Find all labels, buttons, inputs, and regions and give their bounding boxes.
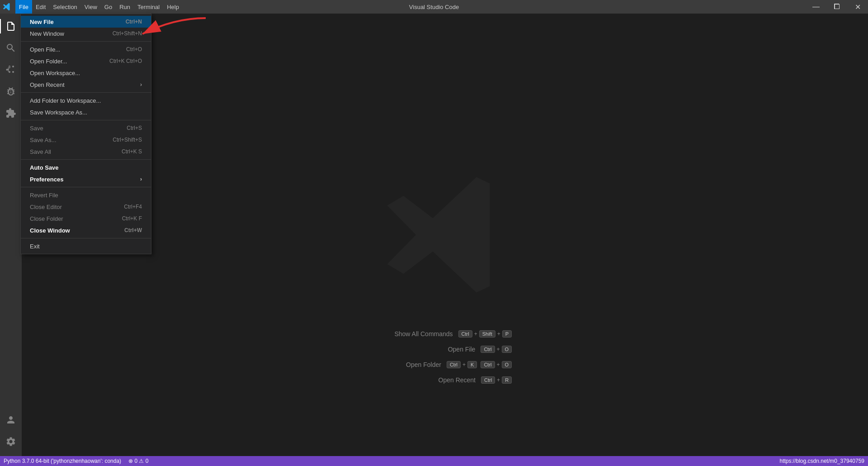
menu-section-exit: Exit [21, 238, 151, 254]
menu-open-file-label: Open File... [30, 46, 108, 53]
menu-section-autosave: Auto Save Preferences › [21, 160, 151, 187]
menu-open-folder[interactable]: Open Folder... Ctrl+K Ctrl+O [21, 55, 151, 67]
menu-revert-file-label: Revert File [30, 192, 142, 199]
menu-close-window[interactable]: Close Window Ctrl+W [21, 224, 151, 236]
menu-open-recent[interactable]: Open Recent › [21, 79, 151, 90]
menu-selection[interactable]: Selection [49, 0, 80, 14]
menu-open-workspace-label: Open Workspace... [30, 70, 124, 76]
menu-save-label: Save [30, 125, 108, 132]
menu-terminal[interactable]: Terminal [134, 0, 163, 14]
menu-new-window-shortcut: Ctrl+Shift+N [113, 30, 142, 37]
minimize-button[interactable]: — [806, 0, 826, 14]
menu-exit-label: Exit [30, 243, 142, 250]
menu-add-folder-label: Add Folder to Workspace... [30, 97, 142, 104]
menu-run[interactable]: Run [116, 0, 134, 14]
file-dropdown-menu: New File Ctrl+N New Window Ctrl+Shift+N … [20, 14, 151, 254]
menu-preferences[interactable]: Preferences › [21, 173, 151, 185]
menu-save-as-label: Save As... [30, 137, 94, 143]
menu-save: Save Ctrl+S [21, 122, 151, 134]
menu-close-folder-shortcut: Ctrl+K F [122, 215, 142, 222]
menu-add-folder[interactable]: Add Folder to Workspace... [21, 95, 151, 106]
menu-close-editor-shortcut: Ctrl+F4 [124, 204, 142, 210]
menu-section-save: Save Ctrl+S Save As... Ctrl+Shift+S Save… [21, 120, 151, 160]
menu-view[interactable]: View [81, 0, 101, 14]
menu-section-new: New File Ctrl+N New Window Ctrl+Shift+N [21, 14, 151, 42]
menu-save-workspace[interactable]: Save Workspace As... [21, 106, 151, 118]
menu-bar: File Edit Selection View Go Run Terminal… [15, 0, 183, 14]
menu-revert-file: Revert File [21, 189, 151, 201]
close-button[interactable]: ✕ [847, 0, 868, 14]
menu-open-folder-label: Open Folder... [30, 58, 91, 65]
menu-new-file-label: New File [30, 19, 108, 25]
menu-go[interactable]: Go [101, 0, 116, 14]
menu-preferences-label: Preferences [30, 176, 137, 183]
menu-exit[interactable]: Exit [21, 240, 151, 252]
menu-new-file[interactable]: New File Ctrl+N [21, 16, 151, 28]
window-title: Visual Studio Code [409, 4, 459, 10]
menu-save-workspace-label: Save Workspace As... [30, 109, 142, 116]
menu-open-file[interactable]: Open File... Ctrl+O [21, 43, 151, 55]
title-bar: File Edit Selection View Go Run Terminal… [0, 0, 868, 14]
menu-new-file-shortcut: Ctrl+N [126, 19, 142, 25]
menu-open-folder-shortcut: Ctrl+K Ctrl+O [109, 58, 142, 64]
menu-open-workspace[interactable]: Open Workspace... [21, 67, 151, 79]
menu-auto-save-label: Auto Save [30, 164, 142, 171]
menu-edit[interactable]: Edit [32, 0, 49, 14]
menu-auto-save[interactable]: Auto Save [21, 162, 151, 173]
menu-save-all-shortcut: Ctrl+K S [122, 148, 142, 155]
vscode-logo [0, 0, 14, 14]
menu-close-folder: Close Folder Ctrl+K F [21, 213, 151, 224]
menu-file[interactable]: File [15, 0, 32, 14]
menu-new-window-label: New Window [30, 30, 94, 37]
menu-save-all: Save All Ctrl+K S [21, 146, 151, 157]
menu-save-all-label: Save All [30, 148, 104, 155]
menu-close-editor-label: Close Editor [30, 204, 106, 210]
dropdown-overlay: New File Ctrl+N New Window Ctrl+Shift+N … [0, 14, 868, 466]
title-bar-left: File Edit Selection View Go Run Terminal… [0, 0, 183, 14]
maximize-button[interactable]: ⧠ [826, 0, 847, 14]
title-bar-right: — ⧠ ✕ [806, 0, 868, 14]
menu-preferences-arrow: › [140, 176, 142, 182]
menu-open-recent-arrow: › [140, 81, 142, 88]
menu-section-open: Open File... Ctrl+O Open Folder... Ctrl+… [21, 42, 151, 93]
menu-section-workspace: Add Folder to Workspace... Save Workspac… [21, 93, 151, 120]
menu-new-window[interactable]: New Window Ctrl+Shift+N [21, 28, 151, 39]
menu-save-shortcut: Ctrl+S [127, 125, 142, 131]
menu-close-editor: Close Editor Ctrl+F4 [21, 201, 151, 213]
menu-open-recent-label: Open Recent [30, 81, 137, 88]
menu-open-file-shortcut: Ctrl+O [126, 46, 142, 52]
menu-close-window-shortcut: Ctrl+W [124, 227, 142, 233]
menu-close-folder-label: Close Folder [30, 215, 104, 222]
menu-help[interactable]: Help [163, 0, 183, 14]
menu-close-window-label: Close Window [30, 227, 106, 234]
menu-section-close: Revert File Close Editor Ctrl+F4 Close F… [21, 187, 151, 238]
menu-save-as-shortcut: Ctrl+Shift+S [113, 137, 142, 143]
menu-save-as: Save As... Ctrl+Shift+S [21, 134, 151, 146]
